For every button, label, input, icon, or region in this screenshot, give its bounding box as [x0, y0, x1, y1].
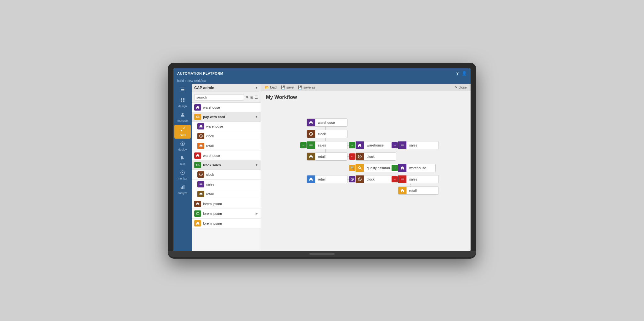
wf-node-sales-3[interactable]: sales: [398, 175, 439, 183]
build-icon: [180, 127, 185, 133]
node-badge: [356, 153, 364, 160]
user-icon[interactable]: 👤: [462, 71, 467, 76]
wf-node-clock-1[interactable]: clock: [307, 130, 347, 138]
badge-track-1: [194, 162, 201, 168]
panel-select[interactable]: CAP admin: [194, 86, 214, 90]
list-group-track-sales[interactable]: track sales ▼: [192, 161, 261, 170]
wf-node-sales-2[interactable]: sales: [398, 141, 439, 149]
svg-rect-14: [199, 184, 202, 185]
list-item[interactable]: lorem ipsum ▶: [192, 209, 261, 219]
sidebar-item-monitor[interactable]: monitor: [174, 168, 191, 182]
list-group-pay-with-card[interactable]: pay with card ▼: [192, 112, 261, 122]
hamburger-icon[interactable]: ☰: [179, 85, 187, 94]
node-badge: [307, 141, 315, 149]
badge-warehouse-3: [194, 152, 201, 159]
sidebar-item-test[interactable]: test: [174, 154, 191, 168]
wf-node-warehouse-1[interactable]: warehouse: [307, 118, 347, 127]
load-button[interactable]: 📂 load: [265, 85, 277, 89]
design-icon: [180, 98, 185, 104]
node-badge: [307, 153, 315, 160]
wf-node-row-sales-2: → sales: [392, 141, 439, 149]
laptop-screen: AUTOMATION PLATFORM ? 👤 build > new work…: [173, 68, 471, 251]
list-item[interactable]: clock: [192, 170, 261, 180]
filter-icon[interactable]: ▼: [245, 95, 249, 100]
svg-rect-26: [309, 145, 313, 145]
laptop-base: [168, 251, 476, 257]
node-badge: [398, 164, 406, 172]
wf-node-sales-1[interactable]: sales: [307, 141, 347, 149]
list-item[interactable]: retail: [192, 141, 261, 151]
list-item[interactable]: sales: [192, 180, 261, 189]
wf-node-row-clock-3: clock: [349, 175, 396, 183]
badge-lorem-2: [194, 210, 201, 217]
node-label: retail: [407, 189, 419, 192]
wf-node-warehouse-2[interactable]: warehouse: [355, 141, 396, 149]
load-icon: 📂: [265, 85, 269, 89]
list-item-label: lorem ipsum: [203, 212, 256, 215]
wf-node-retail-2[interactable]: retail: [307, 175, 347, 183]
wf-node-row-clock-2: ← clock: [349, 152, 396, 161]
wf-node-clock-2[interactable]: clock: [355, 152, 396, 161]
expand-icon[interactable]: ▼: [255, 115, 258, 118]
list-item[interactable]: clock: [192, 131, 261, 141]
sidebar-item-label-deploy: deploy: [178, 148, 187, 151]
sidebar-item-analyze[interactable]: analyze: [174, 183, 191, 197]
grid-icon[interactable]: ⊞: [250, 95, 253, 100]
list-item[interactable]: lorem ipsum: [192, 199, 261, 209]
arrow-badge: 🔍: [349, 165, 355, 171]
workflow-canvas[interactable]: warehouse clock: [261, 102, 471, 251]
list-item-label: warehouse: [203, 106, 258, 109]
arrow-badge: →: [300, 142, 307, 148]
saveas-button[interactable]: 💾 save as: [298, 85, 315, 89]
badge-lorem-1: [194, 201, 201, 207]
arrow-icon: →: [302, 143, 305, 147]
arrow-badge: [349, 176, 355, 182]
node-badge: [398, 175, 406, 183]
badge-pay-1: [194, 114, 201, 120]
search-input[interactable]: [194, 94, 244, 100]
list-item-label: clock: [206, 173, 258, 176]
dropdown-arrow-icon[interactable]: ▼: [255, 86, 258, 89]
wf-node-clock-3[interactable]: clock: [355, 175, 396, 183]
list-item-label: lorem ipsum: [203, 202, 258, 206]
sidebar-item-build[interactable]: build: [174, 125, 191, 139]
arrow-badge: →: [392, 142, 398, 148]
wf-node-retail-1[interactable]: retail: [307, 152, 347, 161]
sidebar-item-manage[interactable]: manage: [174, 110, 191, 124]
sidebar-item-design[interactable]: design: [174, 96, 191, 110]
node-label: sales: [407, 143, 420, 147]
wf-node-retail-3[interactable]: retail: [398, 186, 439, 195]
list-item[interactable]: warehouse: [192, 151, 261, 161]
list-item-label: lorem ipsum: [203, 221, 258, 225]
save-button[interactable]: 💾 save: [281, 85, 294, 89]
list-item[interactable]: retail: [192, 189, 261, 199]
help-icon[interactable]: ?: [456, 71, 459, 76]
left-panel: CAP admin ▼ ▼ ⊞ ☰: [192, 84, 261, 251]
sidebar-item-deploy[interactable]: deploy: [174, 139, 191, 153]
list-item[interactable]: warehouse: [192, 122, 261, 131]
list-item-label: warehouse: [206, 124, 258, 128]
list-item[interactable]: lorem ipsum: [192, 219, 261, 228]
badge-sales-1: [197, 181, 204, 187]
badge-retail-2: [197, 191, 204, 197]
list-item[interactable]: warehouse: [192, 103, 261, 112]
svg-rect-35: [401, 179, 404, 179]
svg-point-4: [182, 113, 184, 115]
monitor-icon: [180, 170, 185, 176]
sidebar-item-label-analyze: analyze: [178, 192, 187, 195]
expand-icon-2[interactable]: ▼: [255, 163, 258, 167]
list-item-label: warehouse: [203, 154, 258, 158]
close-button[interactable]: ✕ close: [455, 85, 467, 89]
badge-clock-2: [197, 171, 204, 178]
svg-rect-8: [181, 187, 182, 189]
badge-clock-1: [197, 133, 204, 139]
main-layout: ☰ design manage: [173, 84, 471, 251]
wf-node-row-warehouse-2: → warehouse: [349, 141, 396, 149]
arrow-badge: ←: [392, 176, 398, 182]
workflow-title: My Workflow: [261, 91, 471, 102]
deploy-icon: [180, 141, 185, 147]
list-icon[interactable]: ☰: [255, 95, 258, 100]
node-label: sales: [407, 177, 420, 181]
node-label: clock: [364, 177, 377, 181]
wf-node-warehouse-3[interactable]: warehouse: [398, 164, 436, 172]
